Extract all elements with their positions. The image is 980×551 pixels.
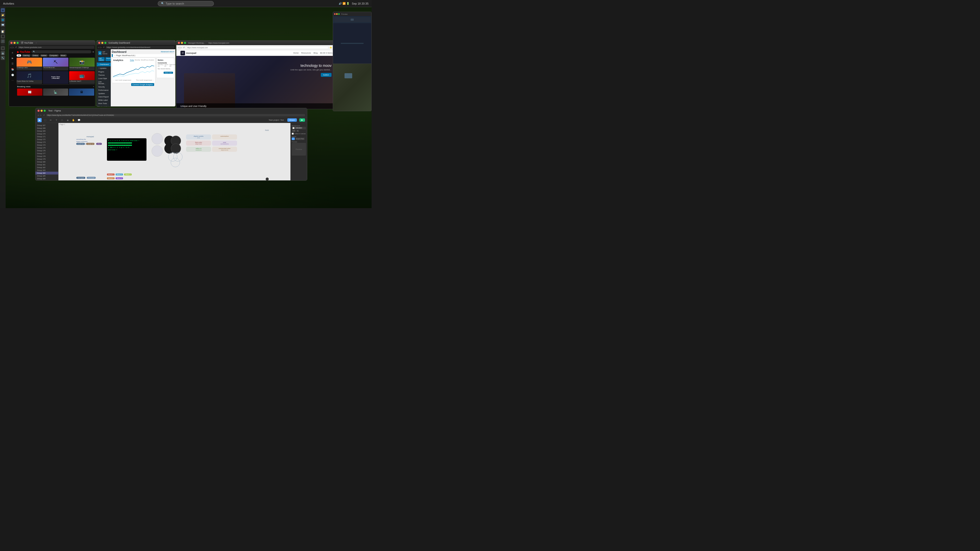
wp-spam-tab[interactable]: Spam (0) (164, 64, 169, 67)
figma-layer-group178[interactable]: Group 178 (35, 155, 58, 158)
dock-icon-email[interactable]: 📧 (1, 23, 5, 27)
wp-url-input[interactable]: https://www.godaddy.com/dashboard/dashbo… (106, 46, 174, 49)
wp-min-btn[interactable] (101, 42, 103, 44)
dock-icon-terminal[interactable]: 💻 (1, 51, 5, 55)
figma-layer-group185[interactable]: Group 185 (35, 175, 58, 177)
wp-sidebar-updates2[interactable]: Updates (97, 92, 111, 95)
wp-period-monthly[interactable]: Monthly (135, 59, 140, 61)
wp-sidebar-moretools[interactable]: More Tools (97, 102, 111, 105)
yt-thumb-2[interactable]: ⛏ I found Minecraft... (43, 58, 68, 70)
yt-cat-gaming[interactable]: Gaming (22, 54, 31, 57)
yt-nav-home[interactable]: ⌂ (10, 50, 15, 55)
figma-tool-component[interactable]: ◈ (65, 118, 70, 122)
nav-forward-icon[interactable]: ▷ (13, 46, 14, 48)
figma-tool-rect[interactable]: □ (60, 118, 64, 122)
figma-tool-comment[interactable]: 💬 (77, 118, 81, 122)
wp-save-note-btn[interactable]: Save note (164, 72, 173, 74)
moov-forward-btn[interactable]: ▷ (180, 46, 182, 49)
figma-present-btn[interactable]: ▶ (299, 118, 305, 122)
figma-layer-group183[interactable]: Group 183 (35, 169, 58, 171)
figma-tool-text[interactable]: T (54, 118, 59, 122)
figma-layer-group167[interactable]: Group 167 (35, 124, 58, 127)
moov-url-input[interactable]: https://www.moovpad.com (186, 46, 328, 49)
figma-nav-back[interactable]: ◁ (38, 114, 39, 116)
figma-bg-toggle-1[interactable]: 100 (292, 130, 296, 132)
dock-icon-settings[interactable]: ⚙ (1, 46, 5, 50)
figma-max-btn[interactable] (44, 110, 46, 112)
wp-period-today[interactable]: Today (130, 59, 134, 61)
figma-min-btn[interactable] (41, 110, 43, 112)
figma-share-btn[interactable]: Share (287, 118, 297, 122)
nav-reload-icon[interactable]: ↺ (15, 46, 17, 48)
figma-tool-frame[interactable]: ⬚ (43, 118, 47, 122)
yt-nav-shorts[interactable]: ▶ (10, 56, 15, 60)
youtube-min-btn[interactable] (14, 42, 16, 44)
wp-connect-analytics-btn[interactable]: Connect Google Analytics (131, 83, 154, 86)
yt-nav-history[interactable]: 🕐 (10, 73, 15, 77)
wp-sidebar-plugins[interactable]: Plugins (97, 70, 111, 73)
wp-sidebar-performance[interactable]: Performance (97, 89, 111, 92)
wp-nav-back[interactable]: ◁ (98, 46, 99, 48)
wp-sidebar-linemons[interactable]: Line Monste... (97, 80, 111, 85)
wp-advanced-view[interactable]: Advanced view ▾ (161, 51, 174, 53)
nav-back-icon[interactable]: ◁ (10, 46, 11, 48)
youtube-url-input[interactable]: https://www.youtube.com (18, 46, 94, 49)
wp-sidebar-themes[interactable]: Themes (97, 73, 111, 77)
figma-layer-group180[interactable]: Group 180 (35, 160, 58, 163)
wp-sidebar-whitelabel[interactable]: White Label (97, 98, 111, 102)
figma-bg-toggle-2[interactable]: % (296, 130, 299, 132)
wp-approved-tab[interactable]: Approved (0) (169, 64, 175, 67)
wp-sidebar-dashboard[interactable]: ⌂ Dashboard (97, 62, 111, 66)
wp-sidebar-security[interactable]: Security (97, 85, 111, 89)
wp-pending-tab[interactable]: Pending (0) (158, 64, 163, 67)
yt-nav-watchlater[interactable]: ⋯ (10, 78, 15, 83)
moov-nav-blog[interactable]: Blog (313, 52, 318, 54)
youtube-close-btn[interactable] (11, 42, 13, 44)
wp-goto-button[interactable]: WP Admin (98, 57, 105, 61)
figma-layer-group174[interactable]: Group 174 (35, 144, 58, 146)
dock-icon-files[interactable]: 🗂 (1, 8, 5, 12)
dock-icon-photos[interactable]: 🖼 (1, 35, 5, 38)
figma-tool-hand[interactable]: ✋ (71, 118, 75, 122)
dock-icon-notes[interactable]: 📝 (1, 30, 5, 34)
yt-breaking-3[interactable]: 🏛 (69, 89, 94, 96)
yt-breaking-2[interactable]: 🗽 (43, 89, 68, 96)
youtube-max-btn[interactable] (17, 42, 19, 44)
wp-sidebar-clientreport[interactable]: Client Report (97, 95, 111, 98)
wp-max-btn[interactable] (104, 42, 107, 44)
wp-sidebar-updates[interactable]: ↑ Updates (97, 66, 111, 70)
wp-close-btn[interactable] (98, 42, 100, 44)
moov-bookmark-icon[interactable]: ⭐ (329, 46, 332, 49)
dock-icon-vscode[interactable]: 🔧 (1, 56, 5, 60)
youtube-search[interactable]: 🔍 (32, 50, 91, 53)
moov-close-btn[interactable] (178, 42, 180, 44)
yt-upload-icon[interactable]: ⊕ (92, 51, 94, 53)
figma-nav-reload[interactable]: ↺ (43, 114, 45, 116)
yt-thumb-4[interactable]: 🎵 Fusion Music for Coding (17, 71, 42, 84)
yt-thumb-mac[interactable]: Faster Thana Real Mac (43, 71, 68, 84)
yt-nav-subs[interactable]: ☰ (10, 62, 15, 66)
dock-icon-browser[interactable]: 🌐 (1, 18, 5, 22)
moov-back-btn[interactable]: ◁ (178, 46, 180, 49)
yt-thumb-5[interactable]: 📺 Is Blender Hard?! (69, 71, 95, 84)
yt-cat-all[interactable]: All (17, 54, 21, 57)
dock-icon-music[interactable]: 🎵 (1, 39, 5, 43)
yt-cat-adobe[interactable]: Adobe (40, 54, 48, 57)
vscode-min-btn[interactable] (336, 13, 338, 15)
figma-export-add-btn[interactable]: + (292, 138, 295, 140)
moov-reload-btn[interactable]: ↺ (183, 46, 185, 49)
figma-layer-group170[interactable]: Group 170 (35, 132, 58, 135)
figma-layer-group173[interactable]: Group 173 (35, 141, 58, 144)
figma-layer-group176[interactable]: Group 176 (35, 149, 58, 152)
figma-layer-group177[interactable]: Group 177 (35, 152, 58, 155)
figma-layer-group186[interactable]: Group 186 (35, 177, 58, 180)
moov-min-btn[interactable] (181, 42, 183, 44)
yt-cat-online[interactable]: Online (32, 54, 39, 57)
figma-tool-select[interactable]: ▶ (38, 118, 41, 122)
yt-thumb-3[interactable]: 📸 Astrophotography Challenge (69, 58, 95, 70)
yt-cat-computer[interactable]: Computer (48, 54, 59, 57)
figma-tool-pen[interactable]: ✏ (49, 118, 53, 122)
figma-layer-group171[interactable]: Group 171 (35, 135, 58, 138)
figma-close-btn[interactable] (38, 110, 40, 112)
yt-cat-music[interactable]: Music (60, 54, 67, 57)
